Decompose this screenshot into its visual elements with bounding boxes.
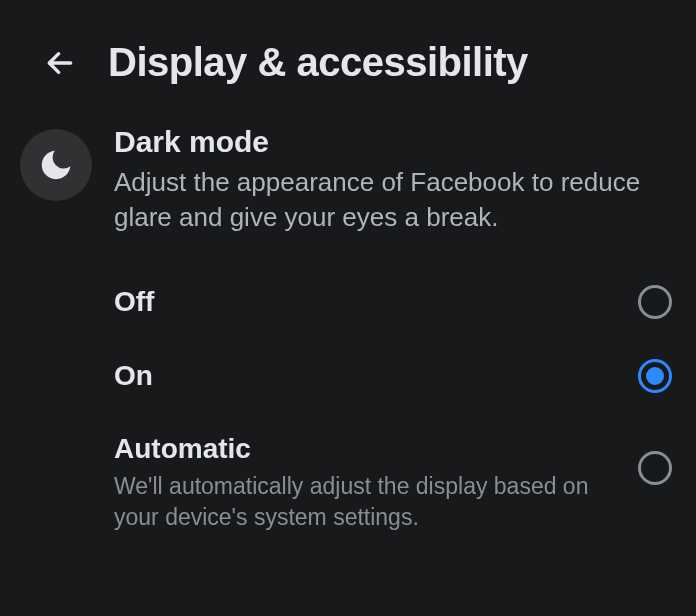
dark-mode-options: Off On Automatic We'll automatically adj… bbox=[0, 235, 696, 553]
page-title: Display & accessibility bbox=[108, 40, 528, 85]
option-label-wrap: Automatic We'll automatically adjust the… bbox=[114, 433, 638, 533]
back-button[interactable] bbox=[40, 43, 80, 83]
section-description: Adjust the appearance of Facebook to red… bbox=[114, 165, 676, 235]
option-on[interactable]: On bbox=[114, 339, 672, 413]
radio-automatic[interactable] bbox=[638, 451, 672, 485]
option-off[interactable]: Off bbox=[114, 265, 672, 339]
dark-mode-icon-container bbox=[20, 129, 92, 201]
option-sublabel: We'll automatically adjust the display b… bbox=[114, 471, 618, 533]
option-label: Off bbox=[114, 286, 618, 318]
moon-icon bbox=[37, 146, 75, 184]
radio-off[interactable] bbox=[638, 285, 672, 319]
dark-mode-text: Dark mode Adjust the appearance of Faceb… bbox=[114, 125, 676, 235]
option-label-wrap: On bbox=[114, 360, 638, 392]
option-label-wrap: Off bbox=[114, 286, 638, 318]
arrow-left-icon bbox=[44, 47, 76, 79]
option-automatic[interactable]: Automatic We'll automatically adjust the… bbox=[114, 413, 672, 553]
section-title: Dark mode bbox=[114, 125, 676, 159]
option-label: On bbox=[114, 360, 618, 392]
dark-mode-section: Dark mode Adjust the appearance of Faceb… bbox=[0, 115, 696, 235]
radio-on[interactable] bbox=[638, 359, 672, 393]
header: Display & accessibility bbox=[0, 0, 696, 115]
option-label: Automatic bbox=[114, 433, 618, 465]
